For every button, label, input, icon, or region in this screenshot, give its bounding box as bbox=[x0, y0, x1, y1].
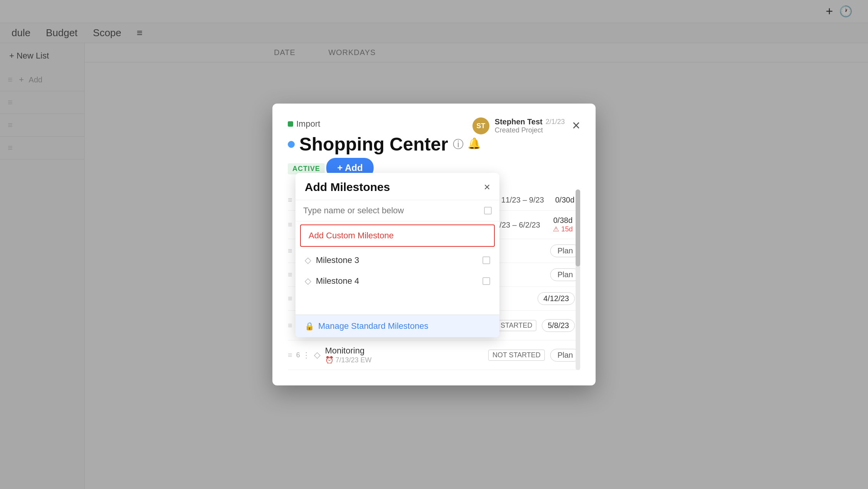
bell-icon[interactable]: 🔔 bbox=[467, 137, 481, 152]
row-num-7: 6 bbox=[296, 351, 300, 359]
search-input[interactable] bbox=[303, 206, 479, 216]
lock-icon: 🔒 bbox=[305, 322, 314, 331]
search-row bbox=[295, 200, 499, 221]
drag-handle: ≡ bbox=[288, 321, 292, 330]
import-dot bbox=[288, 121, 293, 127]
add-custom-label: Add Custom Milestone bbox=[309, 231, 394, 241]
row-sub-7: ⏰ 7/13/23 EW bbox=[325, 356, 488, 364]
drag-handle: ≡ bbox=[288, 196, 292, 204]
scrollbar-thumb[interactable] bbox=[576, 189, 580, 266]
milestone-option-3[interactable]: ◇ Milestone 3 bbox=[295, 250, 499, 271]
row-info-7: Monitoring ⏰ 7/13/23 EW bbox=[325, 346, 488, 364]
dialog-spacer bbox=[295, 291, 499, 315]
search-checkbox[interactable] bbox=[484, 207, 492, 214]
main-modal: Import Shopping Center ⓘ 🔔 ACTIVE + Add … bbox=[272, 104, 596, 385]
inner-dialog-header: Add Milestones × bbox=[295, 173, 499, 200]
drag-handle: ≡ bbox=[288, 246, 292, 255]
milestone-4-label: Milestone 4 bbox=[316, 276, 478, 286]
milestone-3-checkbox[interactable] bbox=[482, 256, 490, 264]
modal-title-row: Shopping Center ⓘ 🔔 bbox=[288, 134, 580, 155]
milestone-3-label: Milestone 3 bbox=[316, 255, 478, 265]
manage-standard-milestones-button[interactable]: 🔒 Manage Standard Milestones bbox=[295, 315, 499, 337]
row-date-5[interactable]: 4/12/23 bbox=[537, 292, 575, 305]
user-info: ST Stephen Test 2/1/23 Created Project bbox=[472, 117, 565, 134]
user-action: Created Project bbox=[495, 126, 565, 134]
info-icon[interactable]: ⓘ bbox=[453, 137, 464, 152]
milestone-4-checkbox[interactable] bbox=[482, 277, 490, 285]
modal-close-button[interactable]: × bbox=[572, 117, 580, 134]
row-date-6[interactable]: 5/8/23 bbox=[542, 319, 575, 332]
modal-title: Shopping Center bbox=[299, 134, 448, 155]
drag-handle: ≡ bbox=[288, 294, 292, 303]
user-avatar: ST bbox=[472, 117, 489, 134]
inner-dialog-title: Add Milestones bbox=[305, 181, 390, 194]
drag-handle: ≡ bbox=[288, 351, 292, 360]
table-row: ≡ 6 ⋮ ◇ Monitoring ⏰ 7/13/23 EW NOT STAR… bbox=[288, 340, 580, 370]
milestone-4-icon: ◇ bbox=[305, 276, 311, 286]
title-dot bbox=[288, 141, 295, 148]
drag-handle: ≡ bbox=[288, 270, 292, 279]
user-details: Stephen Test 2/1/23 Created Project bbox=[495, 117, 565, 134]
row-workdays-warning: ⚠ 15d bbox=[553, 225, 573, 233]
row-icon-7: ◇ bbox=[314, 350, 320, 360]
add-custom-milestone-row[interactable]: Add Custom Milestone bbox=[300, 224, 495, 247]
inner-dialog-close-button[interactable]: × bbox=[484, 181, 490, 193]
row-not-started-7: NOT STARTED bbox=[488, 350, 545, 361]
milestone-3-icon: ◇ bbox=[305, 255, 311, 265]
user-name: Stephen Test bbox=[495, 117, 542, 126]
manage-footer-label: Manage Standard Milestones bbox=[318, 321, 428, 331]
row-dots-7: ⋮ bbox=[302, 350, 310, 360]
modal-title-icons: ⓘ 🔔 bbox=[453, 137, 481, 152]
import-label: Import bbox=[296, 119, 320, 129]
milestone-option-4[interactable]: ◇ Milestone 4 bbox=[295, 271, 499, 291]
row-name-7: Monitoring bbox=[325, 346, 488, 356]
drag-handle: ≡ bbox=[288, 220, 292, 229]
row-workdays-2: 0/38d bbox=[548, 216, 578, 225]
scrollbar-track bbox=[576, 189, 580, 370]
modal-backdrop: Import Shopping Center ⓘ 🔔 ACTIVE + Add … bbox=[0, 0, 868, 489]
add-milestones-dialog: Add Milestones × Add Custom Milestone ◇ … bbox=[295, 173, 499, 337]
user-date: 2/1/23 bbox=[546, 118, 565, 126]
row-date-range-1: ⇄ 11/23 – 9/23 bbox=[492, 195, 544, 204]
